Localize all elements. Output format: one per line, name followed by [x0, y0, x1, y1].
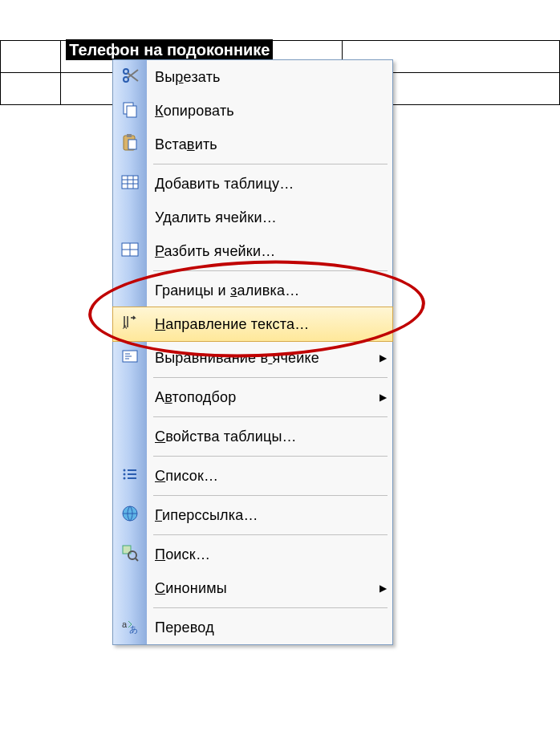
search-icon	[120, 543, 140, 566]
svg-rect-5	[127, 134, 132, 137]
submenu-arrow-icon: ▶	[373, 583, 392, 594]
submenu-arrow-icon: ▶	[373, 392, 392, 403]
menu-label: Вставить	[147, 136, 392, 153]
menu-label: Поиск…	[147, 546, 392, 563]
list-icon	[120, 465, 140, 488]
submenu-arrow-icon: ▶	[373, 352, 392, 363]
svg-point-13	[124, 477, 126, 479]
menu-label: Добавить таблицу…	[147, 176, 392, 193]
svg-point-11	[124, 469, 126, 471]
menu-separator	[113, 453, 392, 459]
hyperlink-icon	[120, 504, 140, 527]
svg-text:A: A	[123, 323, 128, 331]
menu-separator	[113, 414, 392, 420]
menu-label: Вырезать	[147, 69, 392, 86]
menu-separator	[113, 532, 392, 538]
copy-icon	[120, 99, 140, 123]
menu-label: Автоподбор	[147, 389, 373, 406]
table-icon	[120, 173, 140, 196]
menu-label: Синонимы	[147, 580, 373, 597]
menu-separator	[113, 493, 392, 498]
svg-rect-6	[128, 140, 136, 149]
selected-text: Телефон на подоконнике	[66, 39, 273, 60]
menu-separator	[113, 161, 392, 167]
menu-label: Выравнивание в ячейке	[147, 350, 373, 367]
menu-translate[interactable]: aあ Перевод	[113, 611, 392, 644]
menu-table-properties[interactable]: Свойства таблицы…	[113, 420, 392, 453]
svg-rect-7	[122, 176, 138, 189]
menu-text-direction[interactable]: A Направление текста…	[112, 307, 393, 342]
svg-text:a: a	[122, 619, 128, 629]
split-cells-icon	[120, 240, 140, 263]
menu-label: Свойства таблицы…	[147, 428, 392, 445]
menu-copy[interactable]: Копировать	[113, 94, 392, 128]
menu-search[interactable]: Поиск…	[113, 538, 392, 571]
svg-rect-3	[127, 106, 136, 117]
menu-label: Список…	[147, 468, 392, 485]
menu-label: Направление текста…	[147, 316, 392, 333]
menu-label: Удалить ячейки…	[147, 209, 392, 226]
scissors-icon	[120, 66, 140, 89]
menu-separator	[113, 268, 392, 274]
menu-delete-cells[interactable]: Удалить ячейки…	[113, 201, 392, 234]
menu-hyperlink[interactable]: Гиперссылка…	[113, 498, 392, 532]
table-cell[interactable]	[1, 73, 61, 105]
text-direction-icon: A	[120, 313, 140, 336]
menu-cut[interactable]: Вырезать	[113, 60, 392, 94]
menu-label: Гиперссылка…	[147, 507, 392, 524]
svg-point-12	[124, 473, 126, 475]
menu-label: Разбить ячейки…	[147, 243, 392, 260]
menu-borders-shading[interactable]: Границы и заливка…	[113, 274, 392, 307]
menu-autofit[interactable]: Автоподбор ▶	[113, 380, 392, 414]
menu-insert-table[interactable]: Добавить таблицу…	[113, 167, 392, 201]
menu-list[interactable]: Список…	[113, 459, 392, 493]
menu-cell-alignment[interactable]: Выравнивание в ячейке ▶	[113, 341, 392, 375]
menu-separator	[113, 605, 392, 611]
menu-split-cells[interactable]: Разбить ячейки…	[113, 234, 392, 268]
table-cell[interactable]	[1, 41, 61, 73]
menu-label: Копировать	[147, 103, 392, 120]
menu-label: Перевод	[147, 619, 392, 636]
context-menu: Вырезать Копировать Вставить Добавить та…	[112, 59, 393, 645]
paste-icon	[120, 133, 140, 156]
menu-synonyms[interactable]: Синонимы ▶	[113, 571, 392, 605]
menu-separator	[113, 375, 392, 380]
menu-paste[interactable]: Вставить	[113, 128, 392, 161]
menu-label: Границы и заливка…	[147, 282, 392, 299]
align-icon	[120, 347, 140, 370]
translate-icon: aあ	[120, 616, 140, 640]
svg-point-16	[128, 551, 136, 559]
